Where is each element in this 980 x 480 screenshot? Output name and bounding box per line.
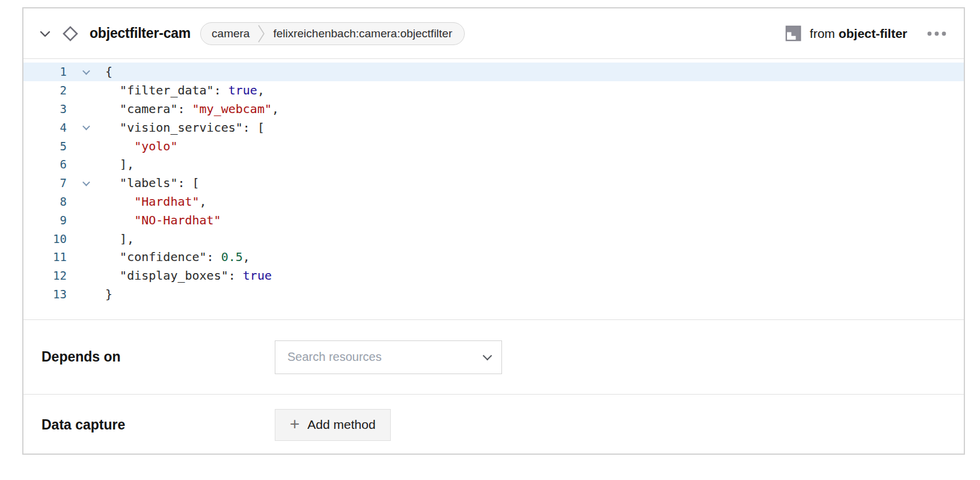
component-card: objectfilter-cam camera felixreichenbach… xyxy=(22,7,965,455)
collapse-chevron-icon[interactable] xyxy=(37,25,54,42)
code-line-8[interactable]: 8 "Hardhat", xyxy=(23,192,964,211)
code-line-4[interactable]: 4 "vision_services": [ xyxy=(23,118,964,137)
badge-chevron-separator-icon xyxy=(257,23,265,44)
code-content: "yolo" xyxy=(105,139,177,153)
fold-chevron-icon[interactable] xyxy=(67,125,105,130)
code-editor[interactable]: 1{2 "filter_data": true,3 "camera": "my_… xyxy=(23,59,964,320)
code-content: } xyxy=(105,287,112,301)
line-number: 1 xyxy=(23,65,67,78)
fold-chevron-icon[interactable] xyxy=(67,180,105,186)
data-capture-label: Data capture xyxy=(41,417,275,433)
code-content: "NO-Hardhat" xyxy=(105,213,221,227)
component-card-header: objectfilter-cam camera felixreichenbach… xyxy=(23,8,964,59)
code-content: { xyxy=(105,64,112,79)
line-number: 12 xyxy=(23,269,67,282)
code-line-2[interactable]: 2 "filter_data": true, xyxy=(23,81,964,100)
code-line-11[interactable]: 11 "confidence": 0.5, xyxy=(23,248,964,266)
module-stairs-icon xyxy=(785,25,801,42)
ellipsis-icon xyxy=(927,31,948,36)
depends-on-label: Depends on xyxy=(41,349,275,365)
plus-icon: + xyxy=(290,416,299,432)
badge-model-label: felixreichenbach:camera:objectfilter xyxy=(273,27,452,40)
depends-on-section: Depends on Search resources xyxy=(23,320,964,395)
code-line-1[interactable]: 1{ xyxy=(23,63,964,81)
code-content: ], xyxy=(105,232,134,246)
module-source: from object-filter xyxy=(785,25,907,42)
code-content: "vision_services": [ xyxy=(105,120,265,135)
line-number: 6 xyxy=(23,158,67,171)
line-number: 5 xyxy=(23,140,67,153)
line-number: 2 xyxy=(23,84,67,97)
line-number: 8 xyxy=(23,195,67,208)
component-diamond-icon xyxy=(60,23,81,45)
depends-on-select[interactable]: Search resources xyxy=(275,340,502,374)
code-content: "display_boxes": true xyxy=(105,268,272,283)
badge-type-label: camera xyxy=(212,27,250,40)
code-line-13[interactable]: 13} xyxy=(23,285,964,304)
line-number: 7 xyxy=(23,176,67,189)
component-title: objectfilter-cam xyxy=(90,25,191,42)
line-number: 3 xyxy=(23,102,67,115)
module-source-prefix: from xyxy=(810,26,835,40)
code-line-6[interactable]: 6 ], xyxy=(23,155,964,174)
module-source-text: from object-filter xyxy=(810,26,907,41)
data-capture-section: Data capture + Add method xyxy=(23,395,964,455)
add-method-button-label: Add method xyxy=(307,417,375,432)
chevron-down-icon xyxy=(39,30,51,37)
depends-on-placeholder: Search resources xyxy=(287,350,382,364)
code-content: "camera": "my_webcam", xyxy=(105,102,279,116)
line-number: 13 xyxy=(23,288,67,301)
code-content: "Hardhat", xyxy=(105,194,207,209)
code-content: "labels": [ xyxy=(105,176,200,190)
code-line-3[interactable]: 3 "camera": "my_webcam", xyxy=(23,100,964,118)
code-content: "confidence": 0.5, xyxy=(105,250,250,264)
code-line-10[interactable]: 10 ], xyxy=(23,229,964,248)
line-number: 10 xyxy=(23,232,67,245)
line-number: 11 xyxy=(23,250,67,263)
module-source-name: object-filter xyxy=(839,26,907,40)
overflow-menu-button[interactable] xyxy=(924,24,951,43)
add-method-button[interactable]: + Add method xyxy=(275,409,391,441)
code-content: "filter_data": true, xyxy=(105,83,265,97)
code-content: ], xyxy=(105,157,134,171)
code-line-12[interactable]: 12 "display_boxes": true xyxy=(23,266,964,285)
component-type-badge: camera felixreichenbach:camera:objectfil… xyxy=(200,22,465,45)
code-line-7[interactable]: 7 "labels": [ xyxy=(23,174,964,192)
chevron-down-icon xyxy=(483,351,492,361)
code-line-5[interactable]: 5 "yolo" xyxy=(23,137,964,155)
fold-chevron-icon[interactable] xyxy=(67,69,105,75)
line-number: 4 xyxy=(23,121,67,134)
line-number: 9 xyxy=(23,214,67,227)
code-line-9[interactable]: 9 "NO-Hardhat" xyxy=(23,211,964,229)
